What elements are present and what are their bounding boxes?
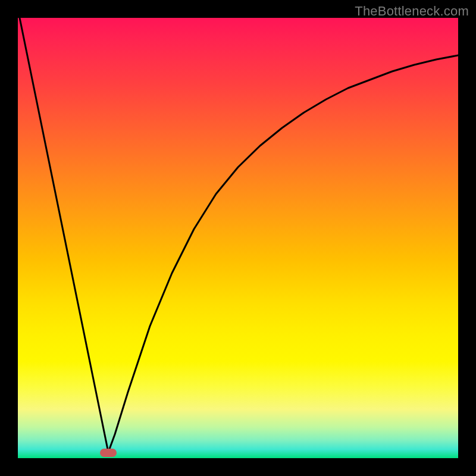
chart-frame: TheBottleneck.com	[0, 0, 476, 476]
curve-path	[20, 18, 458, 452]
plot-area	[18, 18, 458, 458]
minimum-marker	[100, 449, 117, 457]
attribution-text: TheBottleneck.com	[355, 4, 469, 19]
curve-svg	[18, 18, 458, 458]
